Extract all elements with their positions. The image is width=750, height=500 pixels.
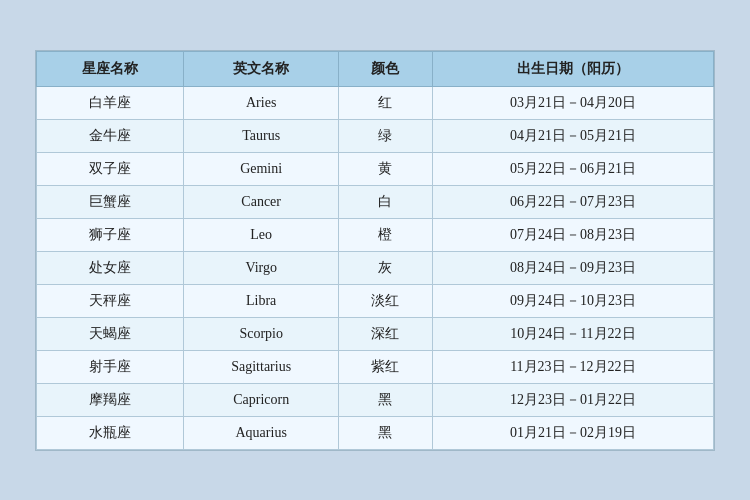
cell-english-name: Cancer — [184, 185, 339, 218]
cell-english-name: Aries — [184, 86, 339, 119]
col-header-chinese: 星座名称 — [37, 51, 184, 86]
cell-dates: 09月24日－10月23日 — [432, 284, 713, 317]
cell-dates: 10月24日－11月22日 — [432, 317, 713, 350]
cell-color: 绿 — [339, 119, 433, 152]
table-row: 天秤座Libra淡红09月24日－10月23日 — [37, 284, 714, 317]
cell-color: 白 — [339, 185, 433, 218]
table-row: 水瓶座Aquarius黑01月21日－02月19日 — [37, 416, 714, 449]
table-row: 射手座Sagittarius紫红11月23日－12月22日 — [37, 350, 714, 383]
cell-english-name: Virgo — [184, 251, 339, 284]
cell-chinese-name: 摩羯座 — [37, 383, 184, 416]
table-row: 巨蟹座Cancer白06月22日－07月23日 — [37, 185, 714, 218]
cell-english-name: Sagittarius — [184, 350, 339, 383]
table-row: 双子座Gemini黄05月22日－06月21日 — [37, 152, 714, 185]
cell-color: 黑 — [339, 383, 433, 416]
cell-english-name: Gemini — [184, 152, 339, 185]
cell-color: 深红 — [339, 317, 433, 350]
cell-chinese-name: 天秤座 — [37, 284, 184, 317]
table-header-row: 星座名称 英文名称 颜色 出生日期（阳历） — [37, 51, 714, 86]
table-row: 金牛座Taurus绿04月21日－05月21日 — [37, 119, 714, 152]
cell-english-name: Scorpio — [184, 317, 339, 350]
cell-english-name: Aquarius — [184, 416, 339, 449]
table-row: 摩羯座Capricorn黑12月23日－01月22日 — [37, 383, 714, 416]
cell-chinese-name: 天蝎座 — [37, 317, 184, 350]
table-row: 白羊座Aries红03月21日－04月20日 — [37, 86, 714, 119]
cell-dates: 08月24日－09月23日 — [432, 251, 713, 284]
cell-dates: 11月23日－12月22日 — [432, 350, 713, 383]
cell-english-name: Capricorn — [184, 383, 339, 416]
cell-dates: 12月23日－01月22日 — [432, 383, 713, 416]
col-header-english: 英文名称 — [184, 51, 339, 86]
cell-color: 灰 — [339, 251, 433, 284]
col-header-dates: 出生日期（阳历） — [432, 51, 713, 86]
cell-color: 橙 — [339, 218, 433, 251]
cell-chinese-name: 处女座 — [37, 251, 184, 284]
table-body: 白羊座Aries红03月21日－04月20日金牛座Taurus绿04月21日－0… — [37, 86, 714, 449]
cell-dates: 06月22日－07月23日 — [432, 185, 713, 218]
zodiac-table: 星座名称 英文名称 颜色 出生日期（阳历） 白羊座Aries红03月21日－04… — [36, 51, 714, 450]
cell-dates: 03月21日－04月20日 — [432, 86, 713, 119]
col-header-color: 颜色 — [339, 51, 433, 86]
cell-chinese-name: 水瓶座 — [37, 416, 184, 449]
cell-dates: 04月21日－05月21日 — [432, 119, 713, 152]
cell-color: 黑 — [339, 416, 433, 449]
cell-color: 紫红 — [339, 350, 433, 383]
cell-chinese-name: 白羊座 — [37, 86, 184, 119]
cell-english-name: Libra — [184, 284, 339, 317]
cell-dates: 05月22日－06月21日 — [432, 152, 713, 185]
cell-chinese-name: 射手座 — [37, 350, 184, 383]
cell-chinese-name: 双子座 — [37, 152, 184, 185]
cell-color: 黄 — [339, 152, 433, 185]
zodiac-table-container: 星座名称 英文名称 颜色 出生日期（阳历） 白羊座Aries红03月21日－04… — [35, 50, 715, 451]
table-row: 处女座Virgo灰08月24日－09月23日 — [37, 251, 714, 284]
cell-dates: 07月24日－08月23日 — [432, 218, 713, 251]
cell-chinese-name: 巨蟹座 — [37, 185, 184, 218]
cell-english-name: Leo — [184, 218, 339, 251]
cell-chinese-name: 狮子座 — [37, 218, 184, 251]
cell-english-name: Taurus — [184, 119, 339, 152]
table-row: 狮子座Leo橙07月24日－08月23日 — [37, 218, 714, 251]
cell-color: 淡红 — [339, 284, 433, 317]
cell-dates: 01月21日－02月19日 — [432, 416, 713, 449]
cell-color: 红 — [339, 86, 433, 119]
table-row: 天蝎座Scorpio深红10月24日－11月22日 — [37, 317, 714, 350]
cell-chinese-name: 金牛座 — [37, 119, 184, 152]
